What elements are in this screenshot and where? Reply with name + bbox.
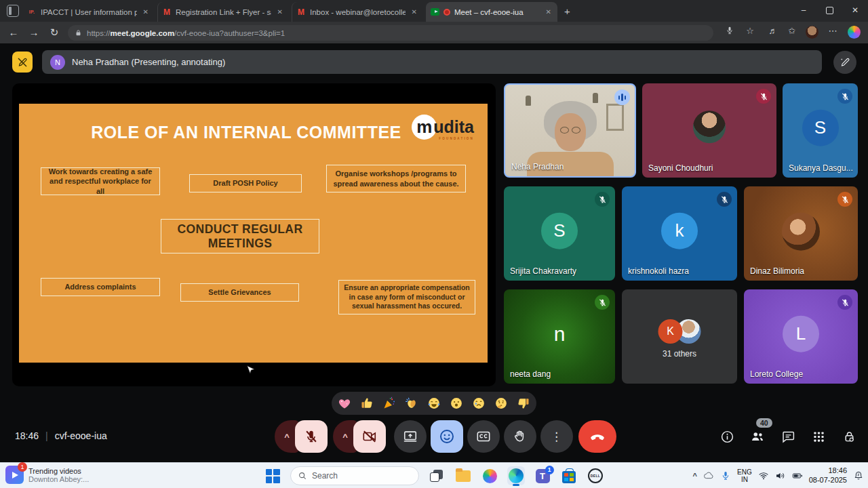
- reaction-thinking-icon[interactable]: [494, 396, 508, 410]
- participant-tile-sukanya[interactable]: S Sukanya Dasgu...: [783, 83, 858, 178]
- copilot-icon[interactable]: [848, 26, 861, 39]
- tray-clock[interactable]: 18:4608-07-2025: [809, 466, 847, 485]
- wall-sconce: [593, 93, 598, 103]
- tab-close-icon[interactable]: ✕: [544, 8, 553, 16]
- window-maximize-icon[interactable]: [816, 0, 842, 20]
- tab-close-icon[interactable]: ✕: [275, 8, 285, 16]
- present-screen-button[interactable]: [394, 420, 427, 453]
- tab-close-icon[interactable]: ✕: [410, 8, 419, 16]
- participant-tile-sayoni[interactable]: Sayoni Choudhuri: [642, 83, 776, 178]
- file-explorer-button[interactable]: [454, 466, 472, 486]
- chat-panel-icon[interactable]: [780, 428, 796, 445]
- browser-menu-icon[interactable]: ⋯: [826, 26, 840, 36]
- collections-icon[interactable]: ✩: [785, 26, 799, 36]
- reaction-clap-icon[interactable]: [405, 396, 418, 410]
- forward-icon[interactable]: →: [27, 26, 41, 39]
- tray-overflow-icon[interactable]: ^: [693, 472, 697, 480]
- participant-tile-neha[interactable]: Neha Pradhan: [504, 83, 636, 178]
- voice-search-icon[interactable]: [723, 26, 736, 37]
- presenter-banner: N Neha Pradhan (Presenting, annotating): [42, 50, 822, 74]
- annotation-disabled-button[interactable]: [12, 52, 33, 73]
- call-controls: ^ ^ ⋮: [275, 420, 616, 453]
- participant-tile-krishnokoli[interactable]: k krishnokoli hazra: [622, 186, 737, 281]
- onedrive-cloud-icon[interactable]: [703, 470, 714, 481]
- copilot-taskbar-icon[interactable]: [481, 466, 498, 486]
- task-view-button[interactable]: [428, 466, 446, 486]
- overflow-avatars: K: [658, 319, 701, 344]
- wall-sconce: [526, 96, 531, 106]
- widgets-button[interactable]: 1 Trending videos Downton Abbey:...: [5, 466, 89, 484]
- participant-photo-avatar: [693, 110, 726, 143]
- widget-video-icon: 1: [5, 466, 24, 484]
- host-controls-icon[interactable]: [841, 428, 857, 445]
- raise-hand-button[interactable]: [504, 420, 536, 453]
- participant-name: Srijita Chakravarty: [510, 266, 576, 276]
- slide-box-grievances: Settle Grievances: [180, 283, 299, 302]
- reactions-button[interactable]: [431, 420, 463, 453]
- participant-tile-dinaz[interactable]: Dinaz Bilimoria: [744, 186, 858, 281]
- dell-taskbar-icon[interactable]: DELL: [587, 466, 604, 486]
- volume-icon[interactable]: [775, 470, 786, 481]
- participant-name: Loreto College: [750, 369, 803, 379]
- new-tab-icon[interactable]: +: [564, 5, 570, 17]
- wifi-icon[interactable]: [758, 470, 769, 481]
- presenter-avatar: N: [50, 55, 65, 70]
- start-button[interactable]: [264, 466, 281, 486]
- mouse-cursor: [245, 363, 256, 377]
- participant-initial: n: [541, 315, 578, 352]
- tray-mic-icon[interactable]: [720, 470, 731, 481]
- tab-actions-icon[interactable]: [7, 5, 19, 17]
- back-icon[interactable]: ←: [7, 26, 20, 39]
- favorite-star-icon[interactable]: ☆: [743, 26, 757, 36]
- slide-box-regular-meetings: CONDUCT REGULAR MEETINGS: [161, 219, 319, 253]
- battery-icon[interactable]: [792, 470, 803, 481]
- browser-tab-ipacct[interactable]: IP. IPACCT | User information portal ✕: [23, 2, 155, 22]
- reaction-laughing-icon[interactable]: [427, 396, 441, 410]
- reaction-thumbs-up-icon[interactable]: [360, 396, 374, 410]
- media-hub-icon[interactable]: ♬: [766, 26, 780, 36]
- people-panel-icon[interactable]: 40: [749, 428, 766, 445]
- store-taskbar-icon[interactable]: [560, 466, 578, 486]
- teams-taskbar-icon[interactable]: T1: [534, 466, 551, 486]
- participant-tile-loreto[interactable]: L Loreto College: [744, 289, 858, 384]
- annotate-button[interactable]: [833, 51, 856, 74]
- edge-taskbar-icon[interactable]: [507, 466, 525, 486]
- mic-off-icon: [756, 89, 771, 104]
- tab-title: Registration Link + Flyer - sanghi: [176, 8, 271, 16]
- reaction-crying-icon[interactable]: [472, 396, 486, 410]
- slide-title: ROLE OF AN INTERNAL COMMITTEE: [80, 123, 412, 142]
- browser-tab-inbox[interactable]: M Inbox - webinar@loretocollegebe ✕: [292, 2, 423, 22]
- mic-muted-button[interactable]: [295, 420, 328, 453]
- language-indicator[interactable]: ENGIN: [737, 468, 752, 484]
- tab-title: IPACCT | User information portal: [41, 8, 137, 16]
- camera-off-button[interactable]: [353, 420, 386, 453]
- window-minimize-icon[interactable]: –: [791, 0, 816, 20]
- participant-tile-neeta[interactable]: n neeta dang: [504, 289, 615, 384]
- reaction-thumbs-down-icon[interactable]: [517, 396, 530, 410]
- reaction-sparkling-heart-icon[interactable]: [338, 396, 351, 410]
- participant-name: neeta dang: [510, 369, 551, 379]
- browser-tab-registration[interactable]: M Registration Link + Flyer - sanghi ✕: [157, 2, 289, 22]
- activities-icon[interactable]: [810, 428, 827, 445]
- reaction-party-popper-icon[interactable]: [382, 396, 396, 410]
- reaction-surprised-icon[interactable]: [450, 396, 463, 410]
- presenter-banner-label: Neha Pradhan (Presenting, annotating): [72, 57, 225, 67]
- tab-close-icon[interactable]: ✕: [141, 8, 151, 16]
- participant-name: Sukanya Dasgu...: [789, 163, 853, 173]
- refresh-icon[interactable]: ↻: [47, 26, 61, 39]
- end-call-button[interactable]: [578, 420, 616, 453]
- window-close-icon[interactable]: ✕: [842, 0, 868, 20]
- notification-bell-icon[interactable]: [853, 470, 864, 481]
- participant-tile-overflow[interactable]: K 31 others: [622, 289, 737, 384]
- participant-tile-srijita[interactable]: S Srijita Chakravarty: [504, 186, 615, 281]
- gmail-favicon: M: [162, 7, 172, 17]
- browser-tab-meet-active[interactable]: Meet – cvf-eooe-iua ✕: [426, 2, 557, 22]
- more-options-button[interactable]: ⋮: [540, 420, 573, 453]
- taskbar-search[interactable]: Search: [290, 466, 419, 485]
- browser-profile-avatar[interactable]: [806, 26, 818, 39]
- meeting-details-icon[interactable]: [719, 428, 735, 445]
- captions-button[interactable]: [467, 420, 500, 453]
- slide-box-safe-workplace: Work towards creating a safe and respect…: [41, 167, 160, 195]
- mic-off-icon: [837, 295, 852, 310]
- address-bar[interactable]: https://meet.google.com/cvf-eooe-iua?aut…: [68, 25, 713, 41]
